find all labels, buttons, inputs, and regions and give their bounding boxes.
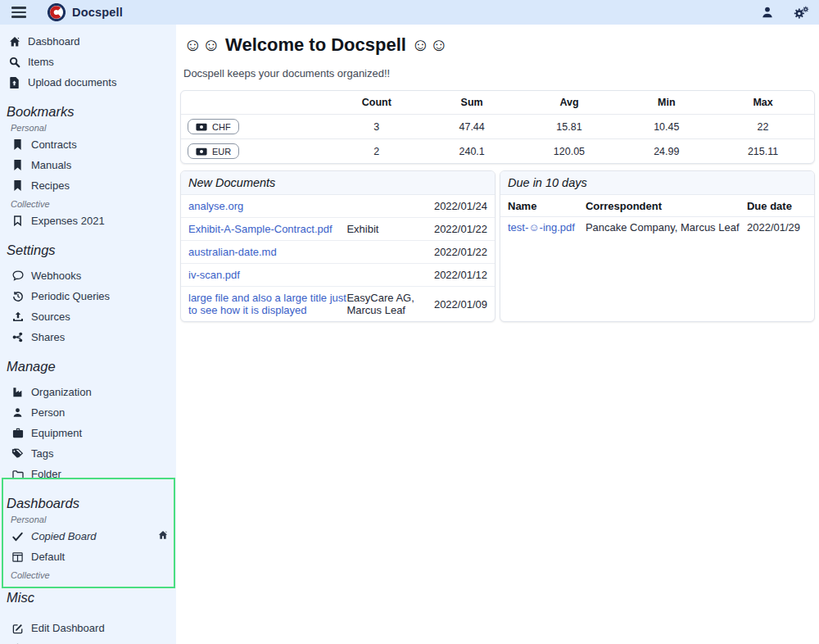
sidebar-item-label: Copied Board (31, 530, 97, 542)
due-correspondent: Pancake Company, Marcus Leaf (586, 221, 747, 234)
sidebar-item-organization[interactable]: Organization (0, 382, 176, 402)
sidebar-item-tags[interactable]: Tags (0, 443, 176, 464)
docspell-logo[interactable]: Docspell (48, 3, 123, 21)
sidebar-item-label: Sources (31, 311, 70, 323)
house-icon (158, 530, 168, 542)
document-link[interactable]: large file and also a large title just t… (188, 292, 346, 316)
stat-max: 215.11 (712, 139, 814, 164)
document-info: Exhibit (346, 223, 421, 235)
user-icon[interactable] (761, 6, 774, 19)
table-row: CHF 3 47.44 15.81 10.45 22 (181, 115, 814, 139)
page-title: ☺☺ Welcome to Docspell ☺☺ (183, 34, 815, 56)
sidebar-item-upload-documents[interactable]: Upload documents (0, 72, 176, 93)
stat-min: 10.45 (621, 115, 712, 139)
section-header-manage: Manage (7, 359, 176, 374)
sidebar-item-manuals[interactable]: Manuals (0, 155, 176, 175)
document-info: EasyCare AG, Marcus Leaf (346, 292, 421, 316)
sidebar-item-label: Organization (31, 386, 92, 398)
docspell-logo-icon (48, 3, 66, 21)
sidebar-item-documentation[interactable]: ? Documentation (0, 638, 176, 644)
table-columns-icon (11, 551, 24, 563)
document-link[interactable]: australian-date.md (188, 246, 277, 258)
sidebar-item-label: Expenses 2021 (31, 215, 105, 227)
sidebar-item-label: Contracts (31, 138, 77, 151)
sidebar-item-webhooks[interactable]: Webhooks (0, 265, 176, 286)
sidebar-item-expenses-2021[interactable]: Expenses 2021 (0, 211, 176, 231)
sidebar-item-label: Items (28, 56, 54, 68)
sidebar-item-label: Periodic Queries (31, 290, 110, 302)
currency-badge-eur[interactable]: EUR (188, 143, 239, 159)
sidebar-item-default-dashboard[interactable]: Default (0, 546, 176, 567)
sidebar-item-copied-board[interactable]: Copied Board (0, 526, 176, 546)
industry-icon (11, 386, 24, 398)
money-bill-icon (196, 123, 207, 131)
document-date: 2022/01/22 (422, 223, 487, 235)
panel-title: New Documents (181, 171, 495, 195)
bookmark-icon (11, 159, 24, 171)
sidebar-item-label: Folder (31, 468, 61, 480)
file-upload-icon (8, 76, 20, 88)
sidebar-item-label: Recipes (31, 179, 70, 192)
sidebar-item-dashboard[interactable]: Dasbhoard (0, 31, 176, 52)
document-link[interactable]: iv-scan.pdf (188, 269, 240, 281)
topbar: Docspell (0, 0, 819, 25)
stat-avg: 15.81 (517, 115, 621, 139)
currency-badge-chf[interactable]: CHF (188, 119, 239, 134)
stats-header-currency (181, 91, 327, 115)
document-date: 2022/01/22 (422, 246, 487, 258)
stats-header-row: Count Sum Avg Min Max (181, 91, 814, 115)
due-header-due-date: Due date (747, 200, 807, 212)
table-row: EUR 2 240.1 120.05 24.99 215.11 (181, 139, 814, 164)
stats-header-count: Count (327, 91, 427, 115)
share-nodes-icon (11, 331, 24, 343)
stat-avg: 120.05 (517, 139, 621, 164)
document-link[interactable]: analyse.org (188, 200, 243, 212)
sidebar-item-contracts[interactable]: Contracts (0, 134, 176, 155)
sidebar-item-person[interactable]: Person (0, 402, 176, 423)
bookmark-outline-icon (11, 215, 24, 227)
stats-header-avg: Avg (517, 91, 621, 115)
sublabel-collective: Collective (11, 570, 176, 580)
sidebar-item-sources[interactable]: Sources (0, 306, 176, 327)
sidebar-item-recipes[interactable]: Recipes (0, 175, 176, 196)
upload-icon (11, 311, 24, 323)
sublabel-personal: Personal (11, 123, 176, 133)
list-item: Exhibit-A-Sample-Contract.pdf Exhibit 20… (181, 218, 495, 241)
sidebar-item-periodic-queries[interactable]: Periodic Queries (0, 286, 176, 306)
currency-label: CHF (212, 122, 231, 132)
document-date: 2022/01/09 (422, 298, 487, 311)
sidebar-item-equipment[interactable]: Equipment (0, 423, 176, 443)
search-icon (8, 56, 20, 68)
due-table-header: Name Correspondent Due date (500, 195, 814, 217)
sublabel-collective: Collective (11, 199, 176, 209)
history-icon (11, 290, 24, 302)
stat-count: 2 (327, 139, 427, 164)
section-header-bookmarks: Bookmarks (7, 104, 176, 120)
bookmark-icon (11, 179, 24, 192)
sidebar-item-label: Edit Dashboard (31, 622, 105, 634)
comment-icon (11, 270, 24, 282)
stats-header-sum: Sum (427, 91, 518, 115)
edit-icon (11, 622, 24, 634)
briefcase-icon (11, 427, 24, 439)
currency-label: EUR (212, 147, 231, 156)
section-header-dashboards: Dashboards (7, 496, 176, 511)
cogs-icon[interactable] (794, 6, 809, 20)
panel-title: Due in 10 days (500, 171, 814, 195)
sidebar-item-folder[interactable]: Folder (0, 464, 176, 484)
hamburger-menu-icon[interactable] (11, 7, 26, 18)
due-date: 2022/01/29 (747, 221, 807, 234)
sublabel-personal: Personal (11, 515, 176, 524)
sidebar-item-edit-dashboard[interactable]: Edit Dashboard (0, 618, 176, 638)
main-content: ☺☺ Welcome to Docspell ☺☺ Docspell keeps… (176, 25, 819, 644)
list-item: iv-scan.pdf 2022/01/12 (181, 264, 495, 287)
home-icon (8, 35, 20, 48)
sidebar-item-items[interactable]: Items (0, 52, 176, 72)
sidebar-item-label: Upload documents (28, 76, 116, 88)
list-item: analyse.org 2022/01/24 (181, 195, 495, 218)
sidebar-item-shares[interactable]: Shares (0, 327, 176, 347)
stats-header-max: Max (712, 91, 814, 115)
document-link[interactable]: Exhibit-A-Sample-Contract.pdf (188, 223, 333, 235)
person-icon (11, 406, 24, 419)
document-link[interactable]: test-☺-ing.pdf (508, 221, 575, 234)
